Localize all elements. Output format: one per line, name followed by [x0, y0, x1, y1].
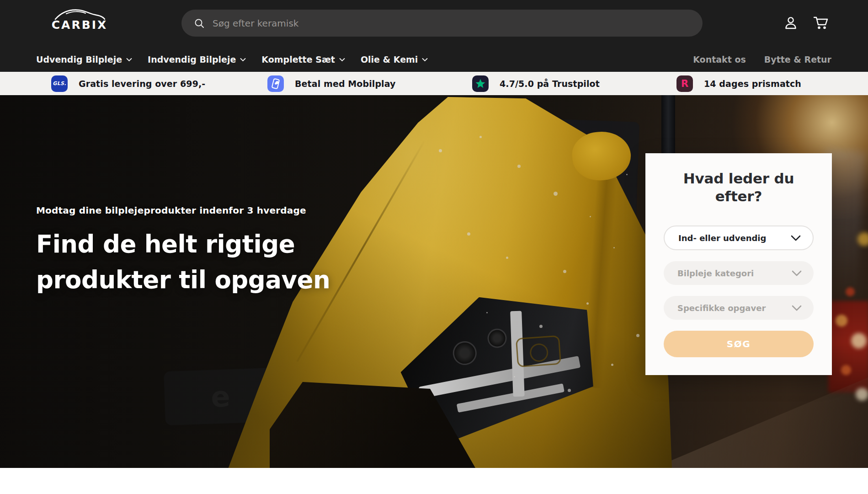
nav-item-bytte-retur[interactable]: Bytte & Retur [764, 54, 831, 64]
brand-name: CARBIX [48, 18, 112, 32]
site-header: CARBIX Udvendig Bil [0, 0, 868, 72]
search-icon [194, 18, 205, 29]
usp-price-match: R 14 dages prismatch [676, 72, 801, 95]
cart-button[interactable] [811, 13, 831, 33]
usp-free-shipping: GLS. Gratis levering over 699,- [51, 72, 205, 95]
main-nav-left: Udvendig Bilpleje Indvendig Bilpleje Kom… [36, 47, 428, 72]
nav-item-indvendig-bilpleje[interactable]: Indvendig Bilpleje [148, 54, 246, 64]
account-button[interactable] [781, 13, 801, 33]
page-bottom-strip [0, 468, 868, 494]
chevron-down-icon [422, 58, 428, 62]
usp-bar: GLS. Gratis levering over 699,- Betal me… [0, 72, 868, 95]
main-nav: Udvendig Bilpleje Indvendig Bilpleje Kom… [0, 47, 868, 72]
main-nav-right: Kontakt os Bytte & Retur [693, 47, 831, 72]
gls-logo-icon: GLS. [51, 75, 68, 92]
hero-copy: Modtag dine bilplejeprodukter indenfor 3… [36, 205, 330, 298]
nav-item-kontakt-os[interactable]: Kontakt os [693, 54, 746, 64]
search-bar [181, 10, 703, 37]
usp-mobilepay: Betal med Mobilplay [267, 72, 396, 95]
dropdown-specifikke-opgaver[interactable]: Specifikke opgaver [664, 296, 814, 320]
hero-eyebrow: Modtag dine bilplejeprodukter indenfor 3… [36, 205, 330, 216]
search-input[interactable] [205, 10, 703, 37]
brand-logo[interactable]: CARBIX [48, 7, 112, 32]
search-submit-button[interactable]: SØG [664, 331, 814, 357]
widget-title: Hvad leder du efter? [664, 170, 814, 205]
chevron-down-icon [792, 305, 802, 311]
usp-trustpilot: 4.7/5.0 på Trustpilot [472, 72, 600, 95]
pricerunner-logo-icon: R [676, 75, 693, 92]
chevron-down-icon [339, 58, 345, 62]
hero-heading: Find de helt rigtige produkter til opgav… [36, 226, 330, 298]
dropdown-bilpleje-kategori[interactable]: Bilpleje kategori [664, 261, 814, 285]
cart-icon [813, 15, 829, 31]
mobilepay-logo-icon [267, 75, 284, 92]
page: CARBIX Udvendig Bil [0, 0, 868, 494]
chevron-down-icon [240, 58, 246, 62]
trustpilot-star-icon [472, 75, 489, 92]
chevron-down-icon [791, 235, 801, 241]
product-finder-widget: Hvad leder du efter? Ind- eller udvendig… [645, 153, 832, 375]
chevron-down-icon [792, 270, 802, 276]
nav-item-udvendig-bilpleje[interactable]: Udvendig Bilpleje [36, 54, 132, 64]
nav-item-komplette-saet[interactable]: Komplette Sæt [261, 54, 345, 64]
nav-item-olie-kemi[interactable]: Olie & Kemi [361, 54, 428, 64]
chevron-down-icon [126, 58, 132, 62]
account-icon [783, 15, 799, 31]
hero-section: e Modtag dine bilplejeprodukter indenfor… [0, 95, 868, 468]
dropdown-ind-eller-udvendig[interactable]: Ind- eller udvendig [664, 226, 814, 250]
